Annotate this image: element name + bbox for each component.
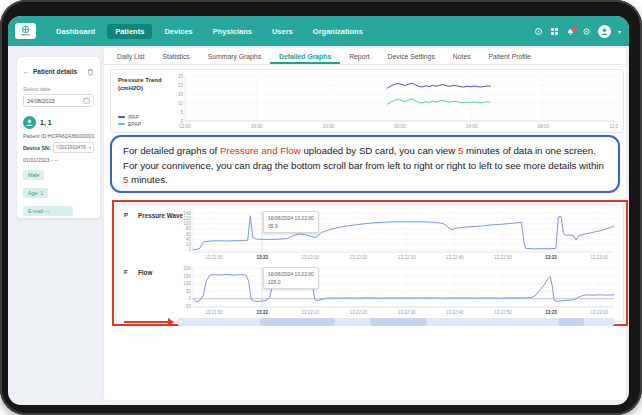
svg-text:20: 20 [186, 242, 192, 247]
date-picker-input[interactable]: 24/08/2023 [23, 94, 94, 107]
notification-badge [571, 25, 578, 32]
back-arrow-icon[interactable]: ← [23, 68, 30, 75]
chevron-down-icon: ▾ [89, 145, 91, 150]
email-badge: E-mail: -- [23, 206, 73, 216]
svg-text:13:22:40: 13:22:40 [446, 255, 464, 260]
delete-patient-icon[interactable] [87, 62, 94, 80]
notifications-bell-icon[interactable] [566, 27, 575, 36]
svg-text:13:23:10: 13:23:10 [590, 255, 608, 260]
svg-text:140: 140 [183, 211, 191, 216]
pressure-trend-title: Pressure Trend (cmH2O) [118, 76, 162, 93]
svg-text:13:21:50: 13:21:50 [205, 310, 223, 315]
svg-text:60: 60 [186, 232, 192, 237]
patient-details-panel: ← Patient details Select date 24/08/2023 [16, 56, 101, 219]
age-badge: Age: 1 [23, 188, 48, 198]
tab-statistics[interactable]: Statistics [154, 48, 199, 64]
svg-text:13:22:30: 13:22:30 [398, 310, 416, 315]
svg-text:13:22: 13:22 [256, 310, 268, 315]
svg-text:13:22:20: 13:22:20 [350, 255, 368, 260]
svg-text:13:22:10: 13:22:10 [302, 255, 320, 260]
nav-menu: Dashboard Patients Devices Physicians Us… [48, 24, 371, 39]
top-navbar: Dashboard Patients Devices Physicians Us… [8, 16, 629, 46]
svg-text:13:23: 13:23 [545, 310, 557, 315]
svg-text:100: 100 [183, 281, 191, 286]
app-logo[interactable] [15, 23, 36, 39]
tab-bar: Daily List Statistics Summary Graphs Det… [104, 48, 626, 65]
device-sn-label: Device SN: [23, 145, 51, 151]
date-value: 24/08/2023 [27, 98, 55, 104]
nav-item-devices[interactable]: Devices [156, 24, 200, 39]
pressure-axis-letter: P [124, 212, 128, 218]
flow-title: Flow [138, 269, 152, 276]
svg-text:00:00: 00:00 [394, 124, 406, 129]
tab-patient-profile[interactable]: Patient Profile [480, 48, 540, 64]
patient-avatar [23, 116, 36, 129]
svg-text:16:00: 16:00 [251, 124, 263, 129]
svg-text:13:23:10: 13:23:10 [590, 310, 608, 315]
apps-grid-icon[interactable] [550, 27, 559, 36]
epap-legend-label: EPAP [128, 121, 141, 127]
svg-text:10: 10 [178, 101, 184, 106]
tab-daily-list[interactable]: Daily List [108, 48, 154, 64]
svg-text:13:22:50: 13:22:50 [494, 310, 512, 315]
scrollbar-thumb-band[interactable] [370, 318, 427, 326]
svg-text:13:21:50: 13:21:50 [205, 255, 223, 260]
nav-item-organizations[interactable]: Organizations [305, 24, 371, 39]
nav-item-users[interactable]: Users [264, 24, 301, 39]
svg-text:50: 50 [186, 289, 192, 294]
svg-text:13:22:30: 13:22:30 [398, 255, 416, 260]
scrollbar-left-cap[interactable] [178, 319, 184, 325]
tab-notes[interactable]: Notes [444, 48, 480, 64]
svg-text:200: 200 [183, 266, 191, 271]
flow-tooltip: 16/06/2024 13:22:00 105.0 [263, 267, 319, 289]
flow-chart[interactable]: -5005010015020013:21:5013:2213:22:1013:2… [175, 264, 617, 316]
nav-item-dashboard[interactable]: Dashboard [48, 24, 103, 39]
pressure-trend-panel: Pressure Trend (cmH2O) IPAP EPAP 05 [110, 69, 624, 133]
calendar-icon[interactable] [83, 97, 90, 105]
flow-axis-letter: F [124, 269, 128, 275]
svg-text:13:22:10: 13:22:10 [302, 310, 320, 315]
detailed-graphs-highlight-box: P Pressure Wave 02040608010012014013:21:… [112, 200, 628, 326]
tablet-bezel: Dashboard Patients Devices Physicians Us… [0, 0, 642, 415]
scrollbar-thumb-band[interactable] [558, 318, 584, 326]
nav-item-physicians[interactable]: Physicians [205, 24, 260, 39]
tab-summary-graphs[interactable]: Summary Graphs [199, 48, 270, 64]
svg-text:100: 100 [183, 221, 191, 226]
tab-report[interactable]: Report [340, 48, 378, 64]
svg-text:12:00: 12:00 [609, 124, 618, 129]
tab-device-settings[interactable]: Device Settings [379, 48, 444, 64]
patient-id: Patient ID:HCPA62436000001 [23, 133, 94, 139]
horizontal-scrollbar[interactable] [177, 318, 615, 326]
settings-gear-icon[interactable] [534, 27, 543, 36]
ipap-legend-swatch [118, 116, 125, 118]
svg-text:0: 0 [188, 247, 191, 252]
pressure-trend-chart[interactable]: 051015202512:0016:0020:0000:0004:0008:00… [167, 73, 618, 130]
svg-text:04:00: 04:00 [466, 124, 478, 129]
svg-text:08:00: 08:00 [538, 124, 550, 129]
svg-text:80: 80 [186, 226, 192, 231]
svg-text:0: 0 [180, 119, 183, 124]
svg-text:20: 20 [178, 83, 184, 88]
svg-text:5: 5 [180, 110, 183, 115]
svg-text:13:22:20: 13:22:20 [350, 310, 368, 315]
nav-right-icons: ▾ [534, 16, 621, 46]
user-avatar[interactable] [598, 25, 611, 38]
help-icon[interactable] [582, 27, 591, 36]
pressure-wave-chart[interactable]: 02040608010012014013:21:5013:2213:22:101… [175, 208, 617, 261]
app-screen: Dashboard Patients Devices Physicians Us… [8, 16, 629, 405]
svg-text:20:00: 20:00 [323, 124, 335, 129]
select-date-label: Select date [23, 86, 94, 92]
scrollbar-thumb-band[interactable] [260, 318, 334, 326]
svg-text:15: 15 [178, 92, 184, 97]
tablet-mockup: Dashboard Patients Devices Physicians Us… [0, 0, 642, 415]
nav-item-patients[interactable]: Patients [107, 24, 152, 39]
device-sn-select[interactable]: Y2021902478 ▾ [53, 142, 94, 153]
user-menu-caret-icon[interactable]: ▾ [618, 28, 621, 35]
tab-detailed-graphs[interactable]: Detailed Graphs [270, 48, 340, 64]
ipap-legend-label: IPAP [128, 114, 139, 120]
svg-text:13:22:40: 13:22:40 [446, 310, 464, 315]
epap-legend-swatch [118, 123, 125, 125]
detailed-graphs-panel: P Pressure Wave 02040608010012014013:21:… [116, 204, 624, 322]
red-arrow-annotation [124, 320, 174, 324]
svg-text:13:22:50: 13:22:50 [494, 255, 512, 260]
